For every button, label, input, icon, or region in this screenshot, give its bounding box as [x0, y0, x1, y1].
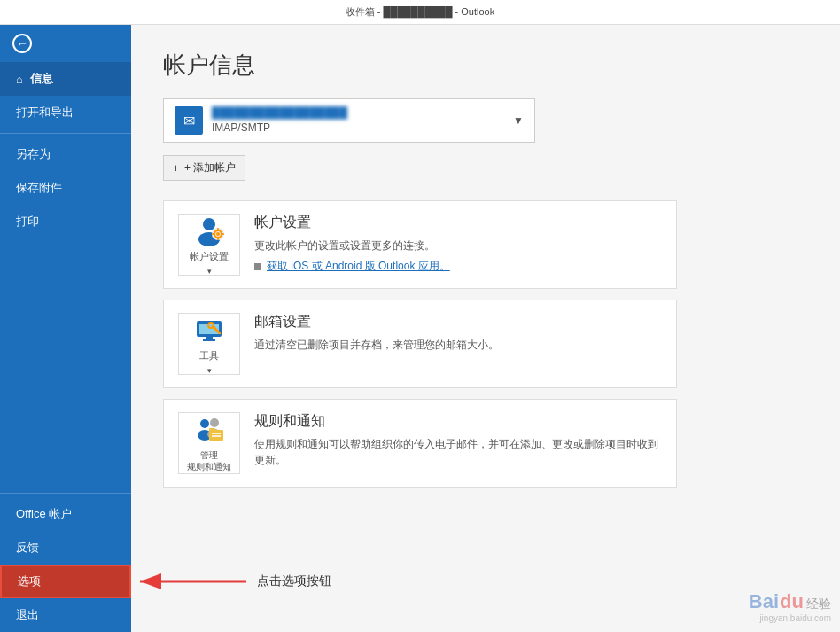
account-settings-desc: 更改此帐户的设置或设置更多的连接。: [254, 238, 450, 254]
mailbox-settings-section: 工具 ▾ 邮箱设置 通过清空已删除项目并存档，来管理您的邮箱大小。: [163, 300, 677, 388]
rules-icon-box[interactable]: 管理 规则和通知: [178, 412, 240, 474]
account-selector[interactable]: ✉ ██████████████████ IMAP/SMTP ▼: [163, 98, 535, 143]
svg-rect-7: [217, 228, 219, 230]
sidebar-item-options[interactable]: 选项: [0, 565, 131, 598]
svg-rect-22: [209, 428, 215, 431]
rules-desc: 使用规则和通知可以帮助组织你的传入电子邮件，并可在添加、更改或删除项目时收到更新…: [254, 436, 662, 468]
sidebar: ← ⌂ 信息 打开和导出 另存为 保存附件 打印: [0, 25, 131, 632]
sidebar-nav: ⌂ 信息 打开和导出 另存为 保存附件 打印 Office 帐户: [0, 62, 131, 632]
account-settings-section: 帐户设置 ▾ 帐户设置 更改此帐户的设置或设置更多的连接。 获取 iOS 或 A…: [163, 200, 677, 289]
watermark-url: jingyan.baidu.com: [759, 613, 831, 623]
mailbox-settings-content: 邮箱设置 通过清空已删除项目并存档，来管理您的邮箱大小。: [254, 313, 499, 358]
sidebar-item-save-attachment[interactable]: 保存附件: [0, 171, 131, 205]
account-settings-icon: [193, 215, 225, 246]
title-bar: 收件箱 - ██████████ - Outlook: [0, 0, 840, 25]
watermark-jingyan: 经验: [806, 597, 831, 612]
main-layout: ← ⌂ 信息 打开和导出 另存为 保存附件 打印: [0, 25, 840, 632]
account-email: ██████████████████: [212, 106, 506, 119]
svg-point-2: [203, 218, 215, 230]
sidebar-item-print[interactable]: 打印: [0, 205, 131, 238]
add-icon: +: [173, 162, 179, 175]
rules-notifications-section: 管理 规则和通知 规则和通知 使用规则和通知可以帮助组织你的传入电子邮件，并可在…: [163, 399, 677, 488]
svg-rect-21: [209, 430, 223, 441]
rules-title: 规则和通知: [254, 412, 662, 431]
mailbox-settings-icon: [193, 314, 225, 346]
sidebar-divider-1: [0, 133, 131, 134]
content-area: 帐户信息 ✉ ██████████████████ IMAP/SMTP ▼ + …: [131, 25, 840, 632]
add-account-button[interactable]: + + 添加帐户: [163, 155, 245, 181]
account-settings-title: 帐户设置: [254, 214, 450, 232]
person-icon: [193, 215, 225, 246]
svg-rect-8: [217, 238, 219, 240]
account-settings-dropdown: ▾: [207, 267, 212, 276]
watermark-du: du: [780, 590, 804, 613]
options-wrapper: 选项 点击选项按钮: [0, 565, 131, 598]
sidebar-item-info[interactable]: ⌂ 信息: [0, 62, 131, 96]
svg-point-6: [216, 232, 220, 236]
svg-rect-10: [222, 233, 224, 235]
back-button[interactable]: ←: [0, 25, 131, 62]
svg-point-17: [200, 419, 209, 428]
watermark: Bai du 经验 jingyan.baidu.com: [749, 590, 831, 623]
mailbox-settings-desc: 通过清空已删除项目并存档，来管理您的邮箱大小。: [254, 337, 499, 353]
account-info: ██████████████████ IMAP/SMTP: [212, 106, 506, 135]
sidebar-item-save-as[interactable]: 另存为: [0, 137, 131, 171]
account-settings-icon-label: 帐户设置: [190, 250, 229, 263]
sidebar-item-exit[interactable]: 退出: [0, 598, 131, 632]
page-title: 帐户信息: [163, 50, 808, 81]
mailbox-settings-title: 邮箱设置: [254, 313, 499, 332]
back-icon: ←: [12, 34, 32, 53]
rules-content: 规则和通知 使用规则和通知可以帮助组织你的传入电子邮件，并可在添加、更改或删除项…: [254, 412, 662, 473]
sidebar-item-open-export[interactable]: 打开和导出: [0, 96, 131, 129]
account-icon: ✉: [175, 106, 203, 135]
sidebar-item-feedback[interactable]: 反馈: [0, 531, 131, 565]
sidebar-divider-2: [0, 493, 131, 494]
dropdown-arrow-icon: ▼: [513, 114, 524, 127]
mailbox-settings-icon-label: 工具: [199, 349, 219, 363]
link-dot-icon: [254, 263, 261, 270]
svg-rect-9: [212, 233, 214, 235]
tools-icon: [193, 314, 225, 346]
rules-icon-label: 管理 规则和通知: [187, 449, 231, 472]
account-settings-link[interactable]: 获取 iOS 或 Android 版 Outlook 应用。: [254, 259, 450, 274]
sidebar-item-office-account[interactable]: Office 帐户: [0, 497, 131, 531]
mailbox-dropdown: ▾: [207, 366, 212, 375]
mailbox-settings-icon-box[interactable]: 工具 ▾: [178, 313, 240, 375]
account-settings-icon-box[interactable]: 帐户设置 ▾: [178, 214, 240, 276]
svg-rect-14: [203, 339, 215, 341]
rules-manage-icon: [193, 414, 225, 446]
title-bar-text: 收件箱 - ██████████ - Outlook: [11, 5, 829, 19]
home-icon: ⌂: [16, 73, 23, 86]
svg-point-19: [210, 418, 219, 427]
account-settings-content: 帐户设置 更改此帐户的设置或设置更多的连接。 获取 iOS 或 Android …: [254, 214, 450, 274]
rules-icon: [193, 414, 225, 446]
svg-rect-13: [206, 337, 213, 339]
account-type: IMAP/SMTP: [212, 121, 270, 134]
watermark-bai: Bai: [749, 590, 779, 613]
